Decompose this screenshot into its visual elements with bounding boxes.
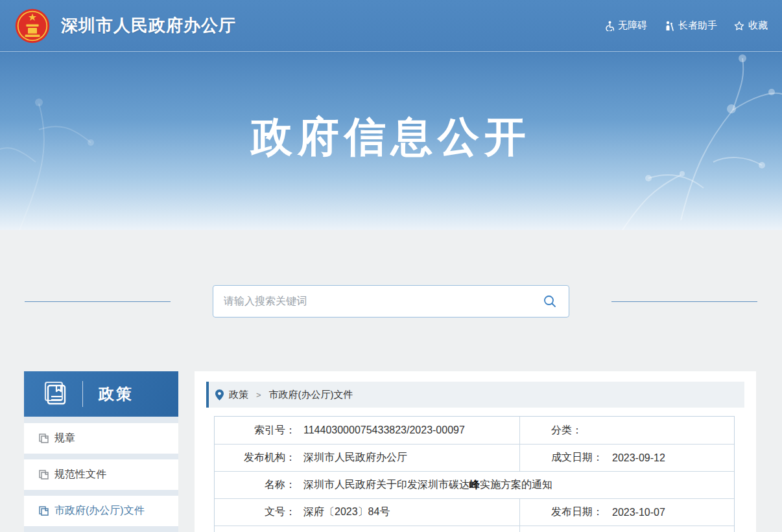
document-meta-table: 索引号： 114403000075433823/2023-00097 分类： 发… bbox=[214, 416, 735, 532]
site-title: 深圳市人民政府办公厅 bbox=[61, 14, 236, 37]
star-icon bbox=[734, 21, 744, 31]
document-name-prefix: 深圳市人民政府关于印发深圳市碳达 bbox=[303, 479, 469, 490]
search-button[interactable] bbox=[541, 293, 558, 310]
category-cell: 分类： bbox=[519, 417, 734, 444]
elder-assist-icon bbox=[664, 21, 674, 31]
index-label: 索引号： bbox=[215, 424, 296, 437]
date-published-label: 发布日期： bbox=[551, 505, 611, 519]
favorite-link[interactable]: 收藏 bbox=[734, 19, 768, 32]
sidebar-item-label: 规范性文件 bbox=[54, 468, 106, 481]
sidebar-item-normative-documents[interactable]: 规范性文件 bbox=[24, 459, 178, 490]
name-label: 名称： bbox=[215, 478, 296, 492]
document-icon bbox=[39, 434, 49, 443]
elder-assist-label: 长者助手 bbox=[678, 19, 717, 32]
search-section bbox=[0, 230, 782, 318]
table-row-partial bbox=[215, 526, 734, 532]
sidebar-item-municipal-government-documents[interactable]: 市政府(办公厅)文件 bbox=[24, 496, 178, 526]
breadcrumb-current: 市政府(办公厅)文件 bbox=[269, 389, 353, 401]
date-published-value: 2023-10-07 bbox=[612, 507, 665, 518]
document-name-highlight: 峰 bbox=[469, 479, 480, 490]
document-name-suffix: 实施方案的通知 bbox=[480, 479, 552, 490]
location-pin-icon bbox=[215, 389, 224, 400]
document-icon bbox=[39, 506, 49, 516]
accessibility-label: 无障碍 bbox=[618, 19, 647, 32]
national-emblem-logo bbox=[14, 8, 51, 44]
document-name: 深圳市人民政府关于印发深圳市碳达峰实施方案的通知 bbox=[303, 478, 552, 492]
sidebar-menu: 规章 规范性文件 市政府(办公厅)文件 bbox=[24, 417, 178, 526]
category-label: 分类： bbox=[551, 424, 611, 437]
sidebar-header: 政策 bbox=[24, 371, 178, 417]
top-header: 深圳市人民政府办公厅 无障碍 长者助手 收藏 bbox=[0, 0, 782, 52]
sidebar-item-label: 规章 bbox=[54, 432, 75, 445]
accessibility-link[interactable]: 无障碍 bbox=[604, 19, 647, 32]
search-input[interactable] bbox=[224, 295, 541, 307]
sidebar-title: 政策 bbox=[99, 384, 134, 404]
page-title: 政府信息公开 bbox=[0, 52, 782, 165]
table-row-index-category: 索引号： 114403000075433823/2023-00097 分类： bbox=[215, 417, 734, 444]
accessibility-icon bbox=[604, 21, 614, 31]
agency-label: 发布机构： bbox=[215, 451, 296, 465]
document-icon bbox=[39, 470, 49, 480]
content-area: 政策 规章 规范性文件 bbox=[0, 371, 782, 532]
sidebar: 政策 规章 规范性文件 bbox=[24, 371, 178, 532]
main-panel: 政策 > 市政府(办公厅)文件 索引号： 114403000075433823/… bbox=[195, 371, 756, 532]
elder-assist-link[interactable]: 长者助手 bbox=[664, 19, 717, 32]
page-banner: 政府信息公开 bbox=[0, 52, 782, 230]
search-divider-right bbox=[611, 301, 757, 302]
date-published-cell: 发布日期： 2023-10-07 bbox=[519, 499, 734, 526]
doc-number-cell: 文号： 深府〔2023〕84号 bbox=[215, 499, 519, 526]
breadcrumb-separator: > bbox=[256, 390, 261, 400]
table-row-agency-date: 发布机构： 深圳市人民政府办公厅 成文日期： 2023-09-12 bbox=[215, 444, 734, 471]
doc-number-value: 深府〔2023〕84号 bbox=[303, 505, 390, 519]
partial-cell-right bbox=[519, 526, 734, 532]
partial-cell-left bbox=[215, 526, 519, 532]
breadcrumb: 政策 > 市政府(办公厅)文件 bbox=[206, 382, 744, 408]
agency-value: 深圳市人民政府办公厅 bbox=[303, 451, 407, 465]
topbar-links: 无障碍 长者助手 收藏 bbox=[604, 19, 768, 32]
doc-number-label: 文号： bbox=[215, 505, 296, 519]
date-written-cell: 成文日期： 2023-09-12 bbox=[519, 445, 734, 471]
table-row-name: 名称： 深圳市人民政府关于印发深圳市碳达峰实施方案的通知 bbox=[215, 471, 734, 498]
date-written-label: 成文日期： bbox=[551, 451, 611, 465]
table-row-docnumber-date: 文号： 深府〔2023〕84号 发布日期： 2023-10-07 bbox=[215, 498, 734, 526]
search-icon bbox=[543, 294, 557, 308]
index-value: 114403000075433823/2023-00097 bbox=[303, 424, 465, 436]
agency-cell: 发布机构： 深圳市人民政府办公厅 bbox=[215, 445, 519, 471]
sidebar-item-regulations[interactable]: 规章 bbox=[24, 423, 178, 454]
favorite-label: 收藏 bbox=[748, 19, 768, 32]
search-divider-left bbox=[25, 301, 171, 302]
breadcrumb-link-policy[interactable]: 政策 bbox=[229, 389, 248, 401]
index-cell: 索引号： 114403000075433823/2023-00097 bbox=[215, 417, 519, 444]
sidebar-item-label: 市政府(办公厅)文件 bbox=[54, 504, 145, 518]
name-cell: 名称： 深圳市人民政府关于印发深圳市碳达峰实施方案的通知 bbox=[215, 478, 734, 492]
date-written-value: 2023-09-12 bbox=[612, 452, 665, 464]
sidebar-header-divider bbox=[82, 381, 83, 407]
policy-book-icon bbox=[41, 380, 68, 408]
search-box bbox=[213, 285, 569, 318]
